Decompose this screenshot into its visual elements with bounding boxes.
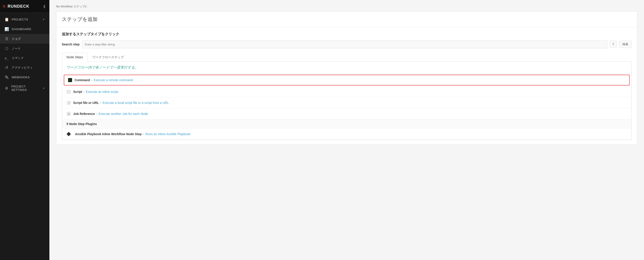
sidebar-header: ≡ RUNDECK ❮	[0, 0, 50, 13]
activity-icon: ↺	[4, 65, 9, 70]
content-area: No Workflow ステップs ステップを追加 追加するステップタイプをクリ…	[50, 0, 644, 149]
ansible-playbook-icon	[66, 132, 71, 136]
logo-icon: ≡	[3, 4, 6, 9]
projects-arrow-icon: ▼	[43, 18, 45, 21]
sidebar-collapse-button[interactable]: ❮	[42, 4, 47, 9]
no-workflow-banner: No Workflow ステップs	[56, 5, 637, 9]
add-step-panel: ステップを追加 追加するステップタイプをクリック Search step ? 検…	[56, 11, 637, 145]
search-help-button[interactable]: ?	[610, 41, 617, 48]
job-reference-icon: 🗂	[66, 111, 71, 116]
script-file-icon: 📝	[66, 100, 71, 105]
ansible-playbook-step-description: Runs an Inline Ansible Playbook.	[146, 132, 191, 136]
add-step-title: ステップを追加	[62, 16, 632, 23]
step-type-section: 追加するステップタイプをクリック Search step ? 検索 Node S…	[56, 28, 637, 144]
sidebar-logo: ≡ RUNDECK	[3, 4, 30, 9]
node-step-plugins-header: 5 Node Step Plugins	[62, 119, 632, 129]
script-file-step-dash: -	[100, 101, 101, 105]
sidebar-nav: 📋 PROJECTS ▼ 📊 DASHBOARD ☰ ジョブ ⬡ ノード ≥_ …	[0, 13, 50, 260]
command-step-dash: -	[91, 78, 92, 82]
script-icon: 📄	[66, 89, 71, 94]
command-step-name: Command	[74, 78, 90, 82]
sidebar-item-activity[interactable]: ↺ アクティビティ	[0, 63, 50, 72]
sidebar-item-projects[interactable]: 📋 PROJECTS ▼	[0, 15, 50, 24]
node-steps-header: ワークフロー内で各ノードで一度実行する。	[62, 62, 632, 74]
job-reference-step-name: Job Reference	[73, 112, 95, 116]
command-icon: >_	[68, 78, 72, 82]
step-item-job-reference[interactable]: 🗂 Job Reference - Execute another Job fo…	[62, 108, 632, 119]
search-step-label: Search step	[62, 43, 80, 46]
logo-text: RUNDECK	[8, 4, 30, 9]
sidebar-item-project-settings[interactable]: ⚙ PROJECT SETTINGS ▼	[0, 82, 50, 94]
script-step-description: Execute an inline script	[86, 90, 118, 94]
webhooks-icon: 🔌	[4, 75, 9, 79]
sidebar-item-label: ジョブ	[12, 37, 21, 41]
sidebar-item-label: PROJECTS	[12, 18, 28, 21]
script-step-name: Script	[73, 90, 82, 94]
main-content: No Workflow ステップs ステップを追加 追加するステップタイプをクリ…	[50, 0, 644, 260]
ansible-playbook-step-name: Ansible Playbook Inline Workflow Node St…	[75, 132, 142, 136]
settings-arrow-icon: ▼	[43, 87, 45, 89]
script-file-step-name: Script file or URL	[73, 101, 99, 105]
steps-container: ワークフロー内で各ノードで一度実行する。 >_ Command - Execut…	[62, 62, 632, 140]
script-step-dash: -	[84, 90, 85, 94]
add-step-header: ステップを追加	[56, 12, 637, 28]
tab-workflow-steps[interactable]: ワークフローステップ	[88, 53, 128, 62]
step-item-ansible-playbook[interactable]: Ansible Playbook Inline Workflow Node St…	[62, 129, 632, 140]
sidebar-item-dashboard[interactable]: 📊 DASHBOARD	[0, 24, 50, 34]
step-item-script-file[interactable]: 📝 Script file or URL - Execute a local s…	[62, 97, 632, 108]
sidebar-item-label: DASHBOARD	[12, 28, 31, 31]
sidebar-item-label: アクティビティ	[12, 66, 33, 70]
sidebar-item-jobs[interactable]: ☰ ジョブ	[0, 34, 50, 44]
nodes-icon: ⬡	[4, 46, 9, 51]
sidebar-item-commands[interactable]: ≥_ コマンド	[0, 53, 50, 63]
search-step-input[interactable]	[82, 40, 608, 48]
jobs-icon: ☰	[4, 37, 9, 41]
step-item-script[interactable]: 📄 Script - Execute an inline script	[62, 86, 632, 97]
script-file-step-description: Execute a local script file or a script …	[102, 101, 169, 105]
sidebar-item-nodes[interactable]: ⬡ ノード	[0, 44, 50, 53]
search-step-row: Search step ? 検索	[62, 40, 632, 48]
step-item-command[interactable]: >_ Command - Execute a remote command	[64, 75, 630, 85]
command-step-description: Execute a remote command	[94, 78, 133, 82]
dashboard-icon: 📊	[4, 27, 9, 31]
ansible-playbook-step-dash: -	[143, 132, 144, 136]
tabs-row: Node Steps ワークフローステップ	[62, 53, 632, 62]
job-reference-step-description: Execute another Job for each Node	[98, 112, 148, 116]
sidebar-item-webhooks[interactable]: 🔌 WEBHOOKS	[0, 72, 50, 82]
sidebar-item-label: ノード	[12, 47, 21, 51]
settings-icon: ⚙	[4, 86, 9, 90]
sidebar-item-label: WEBHOOKS	[12, 76, 30, 79]
step-type-label: 追加するステップタイプをクリック	[62, 32, 632, 37]
tab-node-steps[interactable]: Node Steps	[62, 53, 88, 62]
sidebar: ≡ RUNDECK ❮ 📋 PROJECTS ▼ 📊 DASHBOARD ☰ ジ…	[0, 0, 50, 260]
sidebar-item-label: PROJECT SETTINGS	[12, 85, 40, 91]
job-reference-step-dash: -	[96, 112, 97, 116]
search-button[interactable]: 検索	[619, 41, 632, 48]
commands-icon: ≥_	[4, 56, 9, 60]
projects-icon: 📋	[4, 17, 9, 22]
sidebar-item-label: コマンド	[12, 56, 24, 60]
